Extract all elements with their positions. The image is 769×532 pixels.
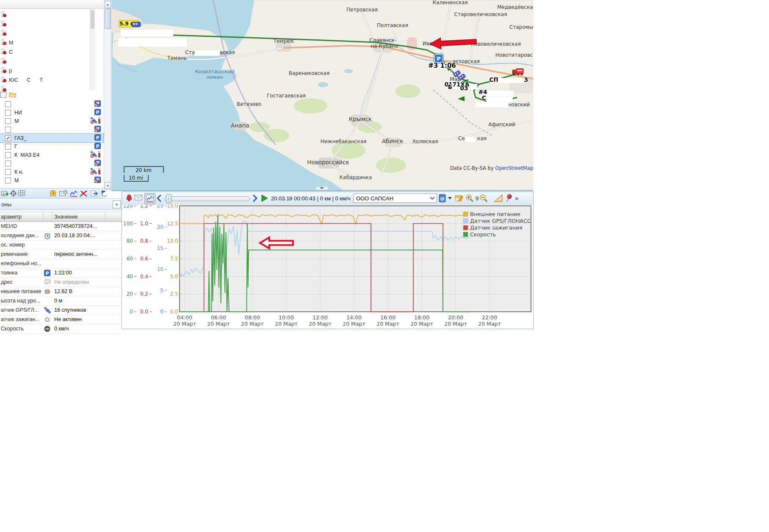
- crosshair-icon[interactable]: [9, 190, 17, 197]
- message-envelope-icon[interactable]: [135, 195, 142, 201]
- vehicle-label: Г: [14, 144, 94, 150]
- param-value: 20.03.18 20:04:...: [54, 233, 95, 238]
- device-icon: [1, 20, 7, 28]
- tree-item[interactable]: [0, 10, 90, 19]
- address-book-icon[interactable]: @: [439, 194, 446, 202]
- tree-item[interactable]: М: [0, 38, 90, 47]
- vehicle-row[interactable]: НИP: [0, 108, 103, 117]
- pushpin-icon[interactable]: [505, 194, 512, 202]
- vehicle-checkbox[interactable]: [5, 152, 11, 158]
- vehicle-checkbox[interactable]: [5, 118, 11, 124]
- vehicle-row[interactable]: М: [0, 117, 103, 125]
- unit-group-dropdown[interactable]: ООО САПСАН: [353, 194, 437, 203]
- sidebar-scrollbar[interactable]: [90, 9, 95, 90]
- vehicle-checkbox[interactable]: [5, 177, 11, 183]
- y-axis-tick: 25: [157, 205, 163, 209]
- x-axis-date: 20 Март: [410, 321, 433, 327]
- y-axis-tick: 0.2: [140, 291, 148, 297]
- vehicle-checkbox[interactable]: ✓: [5, 135, 11, 141]
- y-axis-tick: 40: [127, 274, 133, 280]
- vehicle-row[interactable]: ГP: [0, 142, 103, 151]
- vehicle-row[interactable]: К МАЗ Е4: [0, 151, 103, 159]
- device-icon: [1, 76, 7, 84]
- param-name: Скорость: [1, 326, 24, 332]
- vehicle-checkbox[interactable]: [5, 144, 11, 150]
- scroll-down-button[interactable]: ▼: [105, 182, 111, 189]
- tree-item[interactable]: р: [0, 66, 90, 75]
- zones-add-button[interactable]: +: [113, 200, 121, 208]
- y-axis-tick: 10: [157, 266, 163, 272]
- more-tools-button[interactable]: »: [515, 194, 518, 202]
- properties-icon[interactable]: [455, 194, 463, 202]
- map-collapse-handle[interactable]: [315, 186, 328, 190]
- map-town-label: Се: [458, 136, 465, 141]
- map-annotation-text: С: [482, 94, 486, 101]
- sensor-chart: 0204060801001200.00.20.40.60.81.01.20510…: [122, 205, 533, 329]
- vehicle-checkbox[interactable]: [5, 110, 11, 116]
- alerts-bell-icon[interactable]: [125, 194, 133, 202]
- play-button[interactable]: [261, 194, 268, 202]
- map-town-label: Новотитаровская: [495, 52, 533, 58]
- vehicle-checkbox[interactable]: [5, 127, 11, 133]
- param-name: римечание: [1, 251, 28, 257]
- map-scrollbar-thumb[interactable]: [105, 8, 111, 29]
- timeline-slider-track[interactable]: [164, 197, 250, 201]
- vehicle-row[interactable]: К н.: [0, 168, 103, 176]
- vehicle-start-marker[interactable]: [132, 22, 141, 27]
- map-town-label: Полтавская: [377, 22, 408, 28]
- line-chart-icon[interactable]: [69, 190, 77, 197]
- vehicle-label: М: [14, 177, 94, 183]
- map-scrollbar[interactable]: ▲ ▼: [104, 0, 111, 190]
- sidebar-scrollbar-thumb[interactable]: [91, 10, 94, 29]
- vehicle-row[interactable]: P: [0, 100, 103, 108]
- vehicle-row[interactable]: P: [0, 159, 103, 168]
- alarm-clock-icon[interactable]: [49, 190, 57, 197]
- chevron-down-icon[interactable]: [429, 194, 436, 202]
- satellite-status-icon: [91, 168, 97, 176]
- vehicle-checkbox[interactable]: [5, 161, 11, 166]
- scroll-up-button[interactable]: ▲: [105, 1, 111, 8]
- vehicle-row[interactable]: МP: [0, 176, 103, 185]
- attribution-link[interactable]: OpenStreetMap: [495, 165, 533, 171]
- page-next-icon[interactable]: [90, 190, 98, 197]
- export-image-icon[interactable]: [1, 190, 9, 197]
- zoom-out-icon[interactable]: [479, 194, 488, 202]
- y-axis-tick: 0: [130, 309, 133, 315]
- parameters-table-header: араметр Значение: [0, 212, 122, 222]
- map-canvas[interactable]: КалининскаяПетровскаяСтаровеличковскаяМе…: [111, 0, 533, 191]
- vehicle-row[interactable]: P: [0, 125, 103, 134]
- legend-swatch: [463, 219, 468, 223]
- tree-item[interactable]: [0, 19, 90, 29]
- param-row: MEI/ID3574540739724...: [0, 222, 122, 231]
- tree-item[interactable]: ЮС С Т: [0, 75, 90, 85]
- step-back-button[interactable]: [156, 194, 162, 202]
- group-checkbox[interactable]: [0, 92, 6, 98]
- chart-toggle-button[interactable]: [144, 193, 155, 204]
- tree-item[interactable]: [0, 57, 90, 66]
- tree-item[interactable]: С: [0, 47, 90, 57]
- caret-down-icon[interactable]: [448, 197, 452, 200]
- tree-item-label: ЮС С Т: [9, 77, 43, 83]
- ruler-icon[interactable]: [494, 194, 503, 202]
- y-axis-tick: 120: [123, 205, 133, 209]
- param-name: ысота над уро...: [1, 298, 40, 304]
- route-delete-icon[interactable]: [80, 190, 88, 197]
- group-row[interactable]: [0, 91, 103, 99]
- step-forward-button[interactable]: [252, 194, 258, 202]
- map-town-label: Варениковская: [289, 70, 329, 76]
- grid-icon[interactable]: [18, 190, 26, 197]
- y-axis-tick: 0.0: [170, 309, 178, 315]
- tree-item[interactable]: [0, 29, 90, 38]
- y-axis-tick: 1.2: [140, 205, 148, 209]
- timeline-slider-handle[interactable]: [166, 194, 172, 203]
- param-row: дресНе определен: [0, 278, 122, 287]
- parking-noconn-status-icon: P: [94, 100, 101, 108]
- message-clock-icon[interactable]: [59, 190, 67, 197]
- value-column-header: Значение: [54, 214, 77, 220]
- vehicle-checkbox[interactable]: [5, 101, 11, 107]
- map-town-label: Афипский: [488, 122, 515, 127]
- zoom-in-icon[interactable]: [465, 194, 474, 202]
- vehicle-row[interactable]: ✓ГАЗ_P: [0, 134, 103, 142]
- vehicle-checkbox[interactable]: [5, 169, 11, 175]
- route-flag-icon[interactable]: [100, 190, 108, 197]
